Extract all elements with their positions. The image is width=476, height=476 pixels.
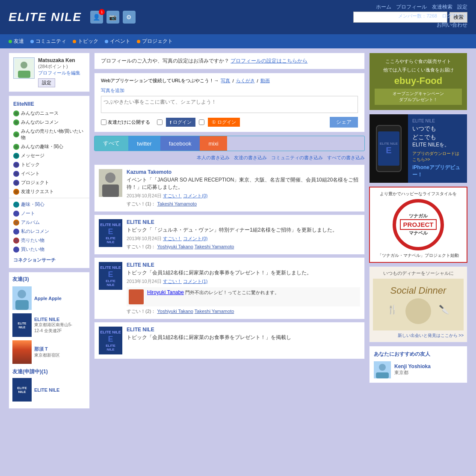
sidebar-item-recomen[interactable]: ◎ みんなのレコメン <box>9 118 89 127</box>
post-textarea[interactable] <box>101 96 358 113</box>
sidebar-item-sell[interactable]: ◎ 売りたい物 <box>9 236 89 245</box>
subnav-community[interactable]: コミュニティ <box>30 38 66 45</box>
sidebar-item-my-recomen[interactable]: ◎ 私のレコメン <box>9 227 89 236</box>
filter-tab-twitter[interactable]: twitter <box>128 136 160 151</box>
nav-settings[interactable]: 設定 <box>457 4 467 10</box>
settings-icon[interactable]: ⚙ <box>123 11 136 24</box>
nav-profile[interactable]: プロフィール <box>396 4 427 10</box>
profile-setup-link[interactable]: プロフィールの設定はこちらから <box>231 58 307 64</box>
sidebar-item-projects[interactable]: ◎ プロジェクト <box>9 178 89 187</box>
svg-rect-5 <box>15 300 29 310</box>
liker-link-1[interactable]: Takeshi Yamamoto <box>157 201 197 206</box>
sidebar-item-events[interactable]: ◎ イベント <box>9 169 89 178</box>
my-recomen-icon: ◎ <box>13 229 19 235</box>
svg-rect-2 <box>18 71 30 78</box>
subnav-friends[interactable]: 友達 <box>9 38 24 45</box>
add-photo-button[interactable]: 写真を追加 <box>101 87 358 94</box>
recommend-location: 東京都 <box>394 369 431 376</box>
nav-friend-search[interactable]: 友達検索 <box>432 4 452 10</box>
sidebar-item-messages[interactable]: ◎ メッセージ <box>9 151 89 160</box>
profile-notice: プロフィールのご入力や、写真の設定はお済みですか？ プロフィールの設定はこちらか… <box>94 53 365 69</box>
fb-check[interactable] <box>157 119 163 125</box>
friends-only-check[interactable] <box>101 119 106 125</box>
photo-link[interactable]: 写真 <box>221 77 230 84</box>
messages-icon[interactable]: 📷 <box>106 11 119 24</box>
sidebar-item-news[interactable]: ◎ みんなのニュース <box>9 109 89 118</box>
ad-dinner[interactable]: いつものディナーをソーシャルに Social Dinner 🍴 🔪 新しい出会い… <box>369 266 467 342</box>
recommend-title: あなたにおすすめの友人 <box>374 351 463 358</box>
post-area: Webアプリケーションで接続してURLをつぶやこう！→ 写真 / らくがき / … <box>94 73 365 132</box>
activity-user-1[interactable]: Kazuma Takemoto <box>127 169 360 175</box>
events-icon: ◎ <box>13 171 19 177</box>
filter-tab-mixi[interactable]: mixi <box>200 136 227 151</box>
notifications-icon[interactable]: 👤 1 <box>90 11 103 24</box>
sugoi-link-1[interactable]: すごい！ <box>163 193 182 198</box>
ad-food[interactable]: こころやすらぐ食の販売サイト 他では入手しにくい逸食をお届け ebuy-Food… <box>369 53 467 110</box>
activity-user-4[interactable]: ELITE NILE <box>127 327 360 333</box>
nav-home[interactable]: ホーム <box>376 4 391 10</box>
sidebar-item-buy[interactable]: ◎ 買いたい物 <box>9 245 89 254</box>
topics-icon: ◎ <box>13 162 19 168</box>
mi-check[interactable] <box>199 119 204 125</box>
friends-title: 友達(3) <box>12 276 86 283</box>
comment-link-3[interactable]: コメント(1) <box>183 279 207 284</box>
mixi-login-button[interactable]: ①ログイン <box>208 118 240 127</box>
friend-name-apple[interactable]: Apple Apple <box>34 296 62 301</box>
sugoi-link-3[interactable]: すごい！ <box>163 279 182 284</box>
sidebar-item-notes[interactable]: ◎ ノート <box>9 209 89 218</box>
sidebar-item-hobby-interest[interactable]: ◎ 趣味・関心 <box>9 200 89 209</box>
sidebar-item-buy-sell[interactable]: ◎ みんなの売りたい物/買いたい物 <box>9 127 89 142</box>
friend-name-pending[interactable]: ELITE NILE <box>34 387 59 393</box>
friend-name-elite[interactable]: ELITE NILE <box>34 317 72 322</box>
contact-link[interactable]: お問い合わせ <box>376 21 467 29</box>
logout-link[interactable]: ログアウト <box>442 13 467 19</box>
filter-friends[interactable]: 友達の書き込み <box>234 155 267 161</box>
ad-app[interactable]: ELITE NILE E ELITE NILE いつでも どこでも ELITE … <box>369 114 467 183</box>
facebook-login-button[interactable]: fログイン <box>166 118 195 127</box>
liker1-link-2[interactable]: Yoshiyuki Takano <box>157 244 193 249</box>
ad-project[interactable]: より豊かでハッピーなライフスタイルを ツナガル PROJECT マナベル 「ツナ… <box>369 187 467 263</box>
subnav-topics[interactable]: トピック <box>73 38 98 45</box>
activity-user-2[interactable]: ELITE NILE <box>127 219 360 225</box>
comment-link-1[interactable]: コメント(0) <box>183 193 207 198</box>
recommend-name[interactable]: Kenji Yoshioka <box>394 363 431 369</box>
filter-own[interactable]: 本人の書き込み <box>197 155 230 161</box>
activity-user-3[interactable]: ELITE NILE <box>127 262 360 268</box>
sidebar-settings-button[interactable]: 設定 <box>38 78 55 87</box>
ad-project-sub: 「ツナガル・マナベル」プロジェクト始動 <box>373 253 463 259</box>
comment-link-2[interactable]: コメント(0) <box>183 236 207 241</box>
mi-login-checkbox[interactable] <box>199 119 204 125</box>
subnav-events[interactable]: イベント <box>105 38 130 45</box>
sidebar-item-friend-requests[interactable]: ◎ 友達リクエスト <box>9 187 89 196</box>
fb-login-checkbox[interactable] <box>157 119 163 125</box>
sell-icon: ◎ <box>13 238 19 244</box>
sidebar-item-album[interactable]: ◎ アルバム <box>9 218 89 227</box>
filter-all[interactable]: すべての書き込み <box>327 155 365 161</box>
sugoi-link-2[interactable]: すごい！ <box>163 236 182 241</box>
filter-tab-facebook[interactable]: facebook <box>160 136 200 151</box>
profile-edit-link[interactable]: プロフィールを編集 <box>38 70 80 76</box>
subnav-projects[interactable]: プロジェクト <box>137 38 173 45</box>
commenter-name-3[interactable]: Hiroyuki Tanabe <box>147 289 184 295</box>
activity-content-4: ELITE NILE トピック「会員1組2名様に厨家菜のお食事券をプレゼント！」… <box>127 327 360 354</box>
activity-content-3: ELITE NILE トピック「会員1組2名様に厨家菜のお食事券をプレゼント！」… <box>127 262 360 315</box>
ad-food-content: こころやすらぐ食の販売サイト 他では入手しにくい逸食をお届け ebuy-Food… <box>370 53 467 110</box>
activity-meta-3: 2013年10月24日 すごい！ コメント(1) <box>127 278 360 285</box>
ad-dinner-link[interactable]: 新しい出会いと発見はここから >> <box>373 333 464 339</box>
friends-only-checkbox[interactable]: 友達だけに公開する <box>101 119 150 125</box>
sidebar-item-topics[interactable]: ◎ トピック <box>9 160 89 169</box>
liker2-link-3[interactable]: Takeshi Yamamoto <box>195 309 234 314</box>
filter-tab-all[interactable]: すべて <box>95 136 128 151</box>
filter-community[interactable]: コミュニティの書き込み <box>271 155 323 161</box>
friend-info-elite2: 12-4 全美連2F <box>34 328 72 334</box>
video-link[interactable]: 動画 <box>260 77 270 84</box>
rakugaki-link[interactable]: らくがき <box>236 77 255 84</box>
svg-rect-8 <box>102 184 119 197</box>
commenter-avatar-3 <box>129 289 144 304</box>
liker1-link-3[interactable]: Yoshiyuki Takano <box>157 309 193 314</box>
friend-name-nasu[interactable]: 那須 T <box>34 346 60 352</box>
share-button[interactable]: シェア <box>330 117 358 128</box>
sidebar-connection-search[interactable]: コネクションサーチ <box>9 256 89 265</box>
liker2-link-2[interactable]: Takeshi Yamamoto <box>195 244 234 249</box>
sidebar-item-hobbies[interactable]: ◎ みんなの趣味・関心 <box>9 142 89 151</box>
